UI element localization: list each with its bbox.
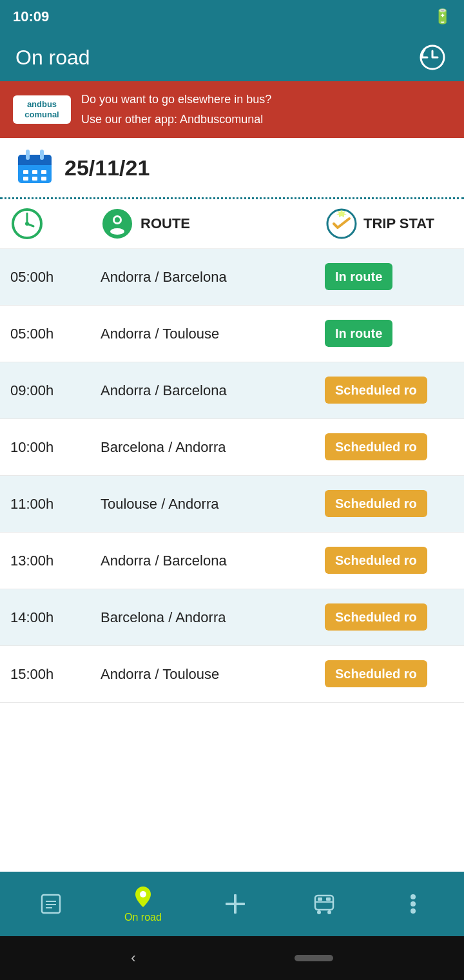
th-time [10, 207, 101, 240]
status-badge: Scheduled ro [325, 490, 427, 517]
svg-rect-7 [32, 170, 37, 174]
status-badge: In route [325, 320, 392, 347]
trips-list: 05:00h Andorra / Barcelona In route 05:0… [0, 249, 464, 703]
location-nav-icon [131, 885, 155, 909]
trip-time: 05:00h [10, 269, 101, 286]
trip-time: 13:00h [10, 553, 101, 569]
promo-banner: andbus comunal Do you want to go elsewhe… [0, 81, 464, 138]
svg-rect-24 [46, 907, 52, 908]
andbus-logo: andbus comunal [13, 95, 71, 123]
more-nav-icon [410, 893, 416, 915]
nav-more[interactable] [387, 888, 439, 920]
history-button[interactable] [416, 41, 449, 74]
svg-point-25 [140, 891, 146, 897]
nav-bus[interactable] [298, 888, 350, 920]
trip-status-cell: Scheduled ro [325, 610, 454, 625]
trip-time: 10:00h [10, 439, 101, 456]
svg-rect-8 [41, 170, 46, 174]
trip-route: Andorra / Toulouse [101, 326, 325, 342]
nav-onroad[interactable]: On road [114, 879, 172, 928]
status-badge: In route [325, 263, 392, 290]
status-time: 10:09 [13, 8, 49, 25]
trip-time: 15:00h [10, 666, 101, 683]
svg-rect-5 [40, 150, 44, 160]
svg-rect-3 [18, 162, 52, 165]
banner-message1: Do you want to go elsewhere in bus? [81, 91, 271, 108]
svg-rect-6 [23, 170, 28, 174]
table-row[interactable]: 15:00h Andorra / Toulouse Scheduled ro [0, 646, 464, 703]
trip-time: 14:00h [10, 609, 101, 626]
status-badge: Scheduled ro [325, 377, 427, 404]
table-row[interactable]: 14:00h Barcelona / Andorra Scheduled ro [0, 589, 464, 646]
table-header: ROUTE TRIP STAT [0, 199, 464, 249]
trips-table: ROUTE TRIP STAT 05:00h Andorra / Barcelo… [0, 199, 464, 872]
routes-nav-icon [224, 893, 246, 915]
nav-routes[interactable] [209, 888, 261, 920]
logo-line2: comunal [24, 110, 59, 120]
trip-status-cell: In route [325, 326, 454, 341]
back-button[interactable]: ‹ [131, 950, 135, 966]
trip-status-cell: Scheduled ro [325, 440, 454, 455]
status-icon [325, 207, 358, 240]
trip-route: Barcelona / Andorra [101, 609, 325, 626]
clock-icon [10, 207, 44, 240]
status-header-label: TRIP STAT [363, 215, 434, 232]
trip-status-cell: Scheduled ro [325, 553, 454, 568]
nav-schedule[interactable] [25, 888, 77, 920]
battery-icon: 🔋 [434, 8, 451, 25]
status-bar: 10:09 🔋 [0, 0, 464, 34]
android-navbar: ‹ [0, 936, 464, 980]
trip-route: Andorra / Barcelona [101, 553, 325, 569]
trip-status-cell: Scheduled ro [325, 383, 454, 398]
svg-rect-9 [23, 177, 28, 181]
svg-rect-34 [318, 897, 322, 901]
trip-status-cell: Scheduled ro [325, 496, 454, 511]
svg-point-19 [115, 217, 120, 222]
table-row[interactable]: 13:00h Andorra / Barcelona Scheduled ro [0, 533, 464, 589]
banner-message2: Use our other app: Andbuscomunal [81, 111, 271, 128]
date-section: 25/11/21 [0, 138, 464, 199]
history-icon [418, 43, 447, 72]
table-row[interactable]: 09:00h Andorra / Barcelona Scheduled ro [0, 362, 464, 419]
route-icon [101, 207, 134, 240]
trip-route: Andorra / Toulouse [101, 666, 325, 683]
status-badge: Scheduled ro [325, 660, 427, 687]
route-header-label: ROUTE [140, 215, 190, 232]
bus-nav-icon [313, 893, 336, 915]
th-status: TRIP STAT [325, 207, 454, 240]
trip-status-cell: In route [325, 270, 454, 284]
trip-date: 25/11/21 [64, 155, 150, 181]
svg-rect-27 [226, 903, 245, 905]
svg-rect-22 [46, 901, 56, 902]
table-row[interactable]: 11:00h Toulouse / Andorra Scheduled ro [0, 476, 464, 533]
trip-route: Andorra / Barcelona [101, 269, 325, 286]
trip-route: Andorra / Barcelona [101, 382, 325, 399]
table-row[interactable]: 05:00h Andorra / Toulouse In route [0, 306, 464, 362]
svg-rect-4 [26, 150, 30, 160]
bottom-nav: On road [0, 872, 464, 936]
svg-rect-11 [41, 177, 46, 181]
trip-route: Toulouse / Andorra [101, 496, 325, 513]
trip-time: 05:00h [10, 326, 101, 342]
page-title: On road [15, 46, 90, 70]
status-badge: Scheduled ro [325, 547, 427, 574]
svg-rect-10 [32, 177, 37, 181]
table-row[interactable]: 05:00h Andorra / Barcelona In route [0, 249, 464, 306]
svg-rect-35 [326, 897, 331, 901]
calendar-icon [15, 148, 54, 187]
trip-time: 09:00h [10, 382, 101, 399]
home-indicator[interactable] [295, 955, 333, 961]
status-badge: Scheduled ro [325, 603, 427, 631]
trip-time: 11:00h [10, 496, 101, 513]
svg-rect-23 [46, 904, 56, 905]
nav-onroad-label: On road [124, 912, 162, 923]
table-row[interactable]: 10:00h Barcelona / Andorra Scheduled ro [0, 419, 464, 476]
svg-point-37 [411, 901, 416, 906]
svg-point-18 [110, 228, 124, 235]
trip-status-cell: Scheduled ro [325, 667, 454, 681]
logo-line1: andbus [27, 99, 57, 110]
svg-point-36 [411, 894, 416, 899]
status-badge: Scheduled ro [325, 433, 427, 460]
trip-route: Barcelona / Andorra [101, 439, 325, 456]
schedule-nav-icon [40, 893, 62, 915]
